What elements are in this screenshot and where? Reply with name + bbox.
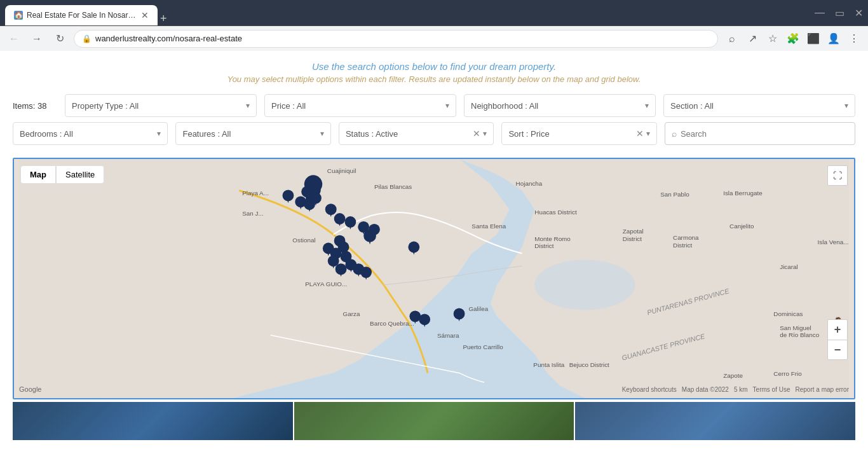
svg-text:Pilas Blancas: Pilas Blancas — [374, 183, 412, 190]
svg-text:Carmona: Carmona — [673, 234, 699, 241]
split-view-button[interactable]: ⬛ — [804, 30, 822, 48]
svg-text:Barco Quebra...: Barco Quebra... — [370, 320, 414, 327]
features-filter[interactable]: Features : All ▾ — [175, 122, 330, 145]
report-link[interactable]: Report a map error — [796, 386, 849, 393]
map-container[interactable]: Cuajiniquil Playa A... San J... Hojancha… — [13, 158, 855, 399]
sort-filter[interactable]: Sort : Price ✕ ▾ — [501, 122, 656, 145]
svg-text:Cuajiniquil: Cuajiniquil — [327, 167, 356, 174]
map-view-controls: Map Satellite — [20, 165, 104, 184]
back-button[interactable]: ← — [5, 30, 23, 48]
browser-chrome: 🏠 Real Estate For Sale In Nosara, C... ✕… — [0, 0, 868, 25]
zoom-out-button[interactable]: − — [827, 340, 848, 360]
svg-text:Playa A...: Playa A... — [242, 190, 269, 197]
sort-clear-icon[interactable]: ✕ — [636, 128, 644, 139]
status-filter[interactable]: Status : Active ✕ ▾ — [339, 122, 494, 145]
lock-icon: 🔒 — [82, 34, 92, 43]
bedrooms-filter[interactable]: Bedrooms : All ▾ — [13, 122, 168, 145]
thumbnail-1[interactable] — [13, 402, 294, 440]
search-box[interactable]: ⌕ — [665, 122, 855, 145]
tab-favicon: 🏠 — [14, 11, 23, 20]
svg-text:Garza: Garza — [343, 310, 360, 317]
map-attribution: Keyboard shortcuts Map data ©2022 5 km T… — [622, 386, 849, 393]
filters-row-2: Bedrooms : All ▾ Features : All ▾ Status… — [13, 122, 855, 145]
svg-text:Bejuco District: Bejuco District — [569, 361, 609, 368]
refresh-button[interactable]: ↻ — [51, 30, 69, 48]
new-tab-button[interactable]: + — [160, 12, 167, 25]
minimize-button[interactable]: — — [815, 7, 825, 18]
section-arrow-icon: ▾ — [844, 101, 848, 110]
svg-text:Hojancha: Hojancha — [516, 180, 543, 187]
price-arrow-icon: ▾ — [445, 101, 449, 110]
map-view-button[interactable]: Map — [20, 165, 56, 184]
sort-label: Sort : Price — [508, 129, 635, 139]
status-clear-icon[interactable]: ✕ — [473, 128, 480, 139]
property-type-filter[interactable]: Property Type : All ▾ — [65, 94, 257, 117]
menu-button[interactable]: ⋮ — [845, 30, 863, 48]
section-filter[interactable]: Section : All ▾ — [663, 94, 855, 117]
url-text: wanderlustrealty.com/nosara-real-estate — [95, 34, 710, 43]
svg-point-3 — [534, 259, 635, 310]
svg-text:Puerto Carrillo: Puerto Carrillo — [463, 343, 504, 350]
page-header: Use the search options below to find you… — [0, 51, 868, 89]
svg-text:Jicaral: Jicaral — [780, 263, 798, 270]
svg-text:San J...: San J... — [242, 210, 263, 217]
status-arrow-icon: ▾ — [483, 129, 487, 138]
section-label: Section : All — [670, 101, 844, 111]
address-bar[interactable]: 🔒 wanderlustrealty.com/nosara-real-estat… — [74, 30, 718, 48]
svg-text:San Miguel: San Miguel — [780, 324, 811, 331]
tab-close-button[interactable]: ✕ — [141, 11, 149, 20]
property-type-arrow-icon: ▾ — [246, 101, 250, 110]
property-thumbnails-row — [13, 402, 855, 440]
neighborhood-label: Neighborhood : All — [471, 101, 645, 111]
thumbnail-3[interactable] — [574, 402, 855, 440]
terms-link[interactable]: Terms of Use — [753, 386, 790, 393]
status-label: Status : Active — [346, 129, 473, 139]
neighborhood-filter[interactable]: Neighborhood : All ▾ — [464, 94, 656, 117]
profile-button[interactable]: 👤 — [825, 30, 843, 48]
svg-text:Monte Romo: Monte Romo — [534, 235, 571, 242]
keyboard-shortcuts-link[interactable]: Keyboard shortcuts — [622, 386, 677, 393]
svg-text:Canjelito: Canjelito — [729, 223, 754, 230]
search-nav-button[interactable]: ⌕ — [723, 30, 741, 48]
svg-text:District: District — [673, 242, 692, 249]
close-button[interactable]: ✕ — [855, 7, 863, 19]
map-data-label: Map data ©2022 — [682, 386, 729, 393]
forward-button[interactable]: → — [28, 30, 46, 48]
google-logo: Google — [19, 385, 41, 393]
neighborhood-arrow-icon: ▾ — [645, 101, 649, 110]
filters-row-1: Items: 38 Property Type : All ▾ Price : … — [13, 94, 855, 117]
price-label: Price : All — [271, 101, 445, 111]
bedrooms-arrow-icon: ▾ — [157, 129, 161, 138]
svg-text:Galilea: Galilea — [468, 305, 488, 312]
header-main-text: Use the search options below to find you… — [13, 61, 855, 72]
svg-text:District: District — [623, 235, 642, 242]
svg-text:Punta Islita: Punta Islita — [533, 361, 564, 368]
thumbnail-2[interactable] — [294, 402, 574, 440]
search-input[interactable] — [681, 129, 848, 139]
map-svg: Cuajiniquil Playa A... San J... Hojancha… — [14, 159, 854, 398]
navigation-bar: ← → ↻ 🔒 wanderlustrealty.com/nosara-real… — [0, 25, 868, 51]
features-label: Features : All — [182, 129, 320, 139]
filters-section: Items: 38 Property Type : All ▾ Price : … — [0, 89, 868, 155]
svg-text:Santa Elena: Santa Elena — [471, 223, 506, 230]
zoom-in-button[interactable]: + — [827, 319, 848, 340]
svg-text:Isla Berrugate: Isla Berrugate — [723, 190, 763, 197]
extensions-button[interactable]: 🧩 — [784, 30, 802, 48]
svg-text:Dominicas: Dominicas — [773, 310, 803, 317]
bookmark-button[interactable]: ☆ — [764, 30, 782, 48]
browser-tabs: 🏠 Real Estate For Sale In Nosara, C... ✕… — [5, 0, 167, 25]
svg-text:de Río Blanco: de Río Blanco — [780, 331, 820, 338]
active-tab[interactable]: 🏠 Real Estate For Sale In Nosara, C... ✕ — [5, 5, 158, 25]
sort-arrow-icon: ▾ — [646, 129, 650, 138]
scale-label: 5 km — [734, 386, 748, 393]
satellite-view-button[interactable]: Satellite — [56, 165, 104, 184]
items-count: Items: 38 — [13, 101, 57, 111]
map-expand-button[interactable]: ⛶ — [827, 165, 848, 186]
maximize-button[interactable]: ▭ — [835, 7, 844, 19]
svg-text:Zapotal: Zapotal — [623, 228, 644, 235]
map-zoom-controls: + − — [827, 319, 848, 360]
share-button[interactable]: ↗ — [743, 30, 761, 48]
bedrooms-label: Bedrooms : All — [20, 129, 157, 139]
page-content: Use the search options below to find you… — [0, 51, 868, 463]
price-filter[interactable]: Price : All ▾ — [264, 94, 456, 117]
